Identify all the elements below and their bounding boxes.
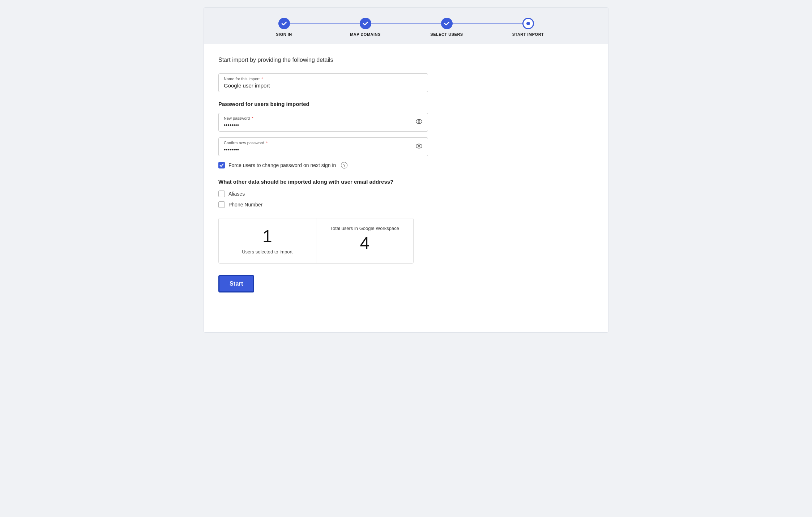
aliases-label: Aliases (228, 191, 245, 197)
phone-label: Phone Number (228, 202, 262, 208)
phone-row: Phone Number (218, 201, 594, 208)
new-password-label: New password * (224, 116, 423, 120)
step-sign-in: SIGN IN (243, 18, 325, 37)
force-change-checkbox[interactable] (218, 162, 225, 168)
help-icon[interactable]: ? (341, 162, 347, 168)
new-password-wrapper: New password * (218, 113, 428, 132)
step-label-map-domains: MAP DOMAINS (350, 32, 381, 37)
total-users-box: Total users in Google Workspace 4 (316, 218, 414, 263)
step-circle-select-users (441, 18, 453, 29)
stats-container: 1 Users selected to import Total users i… (218, 218, 414, 264)
other-data-title: What other data should be imported along… (218, 179, 594, 185)
required-star-3: * (265, 141, 268, 145)
aliases-checkbox[interactable] (218, 191, 225, 197)
import-name-wrapper: Name for this import * (218, 73, 428, 92)
svg-point-2 (416, 144, 422, 148)
users-selected-count: 1 (262, 227, 272, 246)
import-name-group: Name for this import * (218, 73, 594, 92)
step-circle-map-domains (360, 18, 371, 29)
step-label-select-users: SELECT USERS (430, 32, 463, 37)
svg-point-0 (416, 119, 422, 124)
step-line-3 (447, 24, 528, 24)
force-change-row: Force users to change password on next s… (218, 162, 594, 168)
aliases-row: Aliases (218, 191, 594, 197)
confirm-password-label: Confirm new password * (224, 141, 423, 145)
required-star: * (260, 77, 263, 81)
step-label-start-import: START IMPORT (512, 32, 544, 37)
step-circle-start-import (522, 18, 534, 29)
step-label-sign-in: SIGN IN (276, 32, 292, 37)
import-name-label: Name for this import * (224, 77, 423, 81)
import-name-input[interactable] (224, 82, 423, 89)
users-selected-label: Users selected to import (242, 249, 292, 255)
toggle-new-password-icon[interactable] (415, 118, 423, 127)
password-section-title: Password for users being imported (218, 101, 594, 107)
checkbox-list: Aliases Phone Number (218, 191, 594, 208)
step-select-users: SELECT USERS (406, 18, 487, 37)
confirm-password-input[interactable] (224, 146, 423, 153)
required-star-2: * (251, 116, 253, 120)
step-map-domains: MAP DOMAINS (325, 18, 406, 37)
svg-point-1 (418, 121, 420, 123)
stepper: SIGN IN MAP DOMAINS SELECT USE (204, 8, 608, 44)
page-wrapper: SIGN IN MAP DOMAINS SELECT USE (204, 7, 608, 333)
step-circle-sign-in (278, 18, 290, 29)
confirm-password-wrapper: Confirm new password * (218, 137, 428, 156)
step-line-1 (284, 24, 366, 24)
stepper-inner: SIGN IN MAP DOMAINS SELECT USE (243, 18, 569, 37)
section-intro: Start import by providing the following … (218, 57, 594, 63)
phone-checkbox[interactable] (218, 201, 225, 208)
new-password-input[interactable] (224, 122, 423, 128)
users-selected-box: 1 Users selected to import (219, 218, 316, 263)
total-users-count: 4 (360, 234, 369, 253)
force-change-label: Force users to change password on next s… (228, 162, 336, 168)
step-start-import: START IMPORT (487, 18, 569, 37)
toggle-confirm-password-icon[interactable] (415, 142, 423, 151)
main-content: Start import by providing the following … (204, 44, 608, 307)
step-line-2 (366, 24, 447, 24)
svg-point-3 (418, 145, 420, 147)
start-button[interactable]: Start (218, 275, 254, 292)
total-users-label: Total users in Google Workspace (330, 226, 399, 231)
